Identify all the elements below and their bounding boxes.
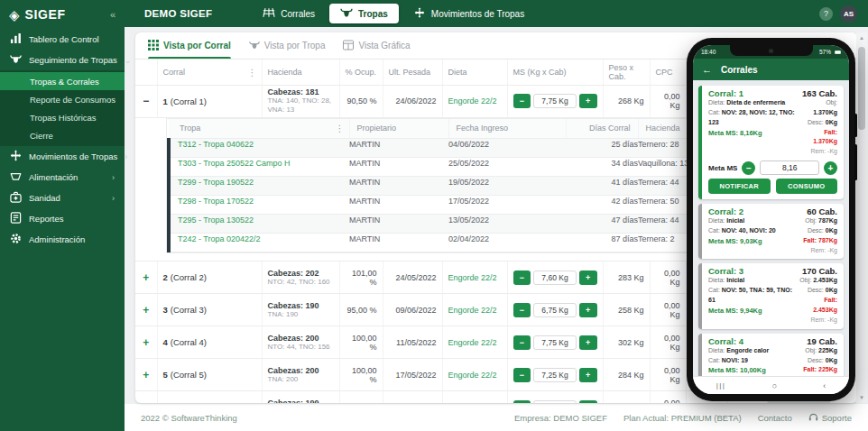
col-header-ult-pesada: Ult. Pesada bbox=[383, 60, 442, 85]
ms-value[interactable]: 7,50 Kg bbox=[533, 400, 576, 404]
cell-hacienda: Cabezas: 181TNA: 140, TNO: 28, VNA: 13 bbox=[262, 85, 339, 117]
scroll-down-icon[interactable]: ▼ bbox=[856, 395, 867, 400]
sidebar-item-tablero-de-control[interactable]: Tablero de Control bbox=[0, 29, 125, 50]
cell-tropa[interactable]: T295 - Tropa 130522 bbox=[169, 215, 349, 234]
card-title: Corral: 1 bbox=[708, 88, 743, 98]
sidebar-item-label: Movimientos de Tropas bbox=[29, 151, 117, 161]
cell-dieta[interactable]: Engorde 22/2 bbox=[442, 261, 507, 294]
sidebar-item-reporte-de-consumos[interactable]: Reporte de Consumos bbox=[0, 90, 125, 108]
user-avatar[interactable]: AS bbox=[840, 5, 857, 23]
sidebar-item-sanidad[interactable]: Sanidad › bbox=[0, 188, 125, 208]
sidebar-item-tropas-historicas[interactable]: Tropas Históricas bbox=[0, 108, 125, 126]
tropa-row[interactable]: T312 - Tropa 040622 MARTIN 04/06/2022 25… bbox=[169, 139, 710, 158]
ms-value[interactable]: 6,75 Kg bbox=[533, 303, 576, 317]
cell-tropa[interactable]: T312 - Tropa 040622 bbox=[169, 139, 349, 158]
nav-tropas[interactable]: Tropas bbox=[329, 4, 399, 23]
ms-increment-button[interactable]: + bbox=[579, 303, 597, 317]
cell-fecha-ingreso: 04/06/2022 bbox=[448, 139, 566, 158]
cell-peso: 283 Kg bbox=[603, 261, 650, 294]
android-back-icon[interactable]: ‹ bbox=[823, 381, 826, 390]
corral-card[interactable]: Corral: 4 19 Cab. Dieta: Engorde calor C… bbox=[698, 334, 844, 376]
android-recents-icon[interactable]: ||| bbox=[716, 381, 726, 390]
meta-ms-input[interactable]: 8,16 bbox=[760, 160, 819, 175]
ms-increment-button[interactable]: + bbox=[579, 335, 597, 350]
cell-fecha-ingreso: 13/05/2022 bbox=[448, 215, 566, 234]
corral-card[interactable]: Corral: 2 60 Cab. Dieta: Inicial Cat: NO… bbox=[698, 204, 844, 259]
ms-increment-button[interactable]: + bbox=[579, 94, 597, 108]
decrement-button[interactable]: − bbox=[742, 161, 755, 175]
grid-icon bbox=[263, 7, 275, 20]
scroll-up-icon[interactable]: ▲ bbox=[856, 35, 867, 41]
tab-vista-por-corral[interactable]: Vista por Corral bbox=[148, 32, 231, 59]
expand-row-icon[interactable]: + bbox=[143, 401, 149, 404]
ms-value[interactable]: 7,75 Kg bbox=[533, 335, 576, 350]
help-button[interactable]: ? bbox=[819, 7, 833, 21]
scrollbar-thumb[interactable] bbox=[858, 47, 865, 130]
contacto-link[interactable]: Contacto bbox=[758, 413, 792, 423]
sidebar-item-movimientos-de-tropas[interactable]: Movimientos de Tropas › bbox=[0, 146, 125, 167]
notificar-button[interactable]: NOTIFICAR bbox=[708, 179, 771, 194]
cell-corral: 3(Corral 3) bbox=[157, 294, 262, 326]
tropa-row[interactable]: T242 - Tropa 020422/2 MARTIN 02/04/2022 … bbox=[169, 234, 710, 252]
tropa-row[interactable]: T299 - Tropa 190522 MARTIN 19/05/2022 41… bbox=[169, 177, 710, 196]
sidebar-collapse-icon[interactable]: « bbox=[110, 9, 115, 20]
android-home-icon[interactable]: ○ bbox=[772, 381, 777, 390]
expand-row-icon[interactable]: + bbox=[143, 336, 149, 349]
back-icon[interactable]: ← bbox=[702, 64, 712, 75]
sidebar-item-tropas-corrales[interactable]: Tropas & Corrales bbox=[0, 72, 125, 90]
cell-dieta[interactable]: Engorde 22/2 bbox=[442, 359, 507, 391]
ms-increment-button[interactable]: + bbox=[579, 368, 597, 382]
cell-dieta[interactable]: Engorde 22/2 bbox=[442, 85, 507, 117]
sidebar-item-seguimiento-de-tropas[interactable]: Seguimiento de Tropas ⌄ bbox=[0, 50, 125, 70]
soporte-link[interactable]: Soporte bbox=[808, 412, 852, 424]
tab-vista-por-tropa[interactable]: Vista por Tropa bbox=[249, 32, 326, 59]
sidebar-item-label: Reportes bbox=[29, 214, 64, 224]
ms-value[interactable]: 7,60 Kg bbox=[533, 271, 576, 285]
ms-decrement-button[interactable]: − bbox=[513, 400, 531, 404]
tab-vista-grafica[interactable]: Vista Gráfica bbox=[343, 32, 410, 59]
card-head-count: 60 Cab. bbox=[807, 206, 837, 216]
expand-row-icon[interactable]: + bbox=[143, 271, 149, 284]
corral-card[interactable]: Corral: 3 170 Cab. Dieta: Inicial Cat: N… bbox=[698, 263, 844, 328]
increment-button[interactable]: + bbox=[824, 161, 837, 175]
ms-stepper: − 7,25 Kg + bbox=[513, 368, 597, 382]
cell-tropa[interactable]: T299 - Tropa 190522 bbox=[169, 177, 349, 196]
corral-card-1[interactable]: Corral: 1 163 Cab. Dieta: Dieta de enfer… bbox=[698, 86, 844, 199]
sidebar-item-reportes[interactable]: Reportes bbox=[0, 208, 125, 229]
ms-decrement-button[interactable]: − bbox=[513, 303, 531, 317]
ms-value[interactable]: 7,75 Kg bbox=[533, 94, 576, 108]
cell-dieta[interactable]: Engorde 22/2 bbox=[442, 326, 507, 359]
column-menu-icon[interactable]: ⋮ bbox=[248, 67, 257, 77]
cell-tropa[interactable]: T298 - Tropa 170522 bbox=[169, 196, 349, 215]
ms-increment-button[interactable]: + bbox=[579, 271, 597, 285]
cell-tropa[interactable]: T242 - Tropa 020422/2 bbox=[169, 234, 349, 252]
expand-row-icon[interactable]: + bbox=[143, 369, 149, 381]
col-header-hacienda: Hacienda bbox=[262, 60, 339, 85]
nav-movimientos-de-tropas[interactable]: Movimientos de Tropas bbox=[413, 7, 524, 20]
ms-decrement-button[interactable]: − bbox=[513, 335, 531, 350]
ms-decrement-button[interactable]: − bbox=[513, 368, 531, 382]
cell-tropa[interactable]: T303 - Tropa 250522 Campo H bbox=[169, 158, 349, 177]
cell-fecha-ingreso: 19/05/2022 bbox=[448, 177, 566, 196]
sidebar-item-cierre[interactable]: Cierre bbox=[0, 126, 125, 144]
tropa-row[interactable]: T303 - Tropa 250522 Campo H MARTIN 25/05… bbox=[169, 158, 710, 177]
ms-decrement-button[interactable]: − bbox=[513, 94, 531, 108]
cat-label: Cat: bbox=[708, 227, 720, 234]
expand-row-icon[interactable]: + bbox=[143, 304, 149, 316]
consumo-button[interactable]: CONSUMO bbox=[776, 179, 838, 194]
tropa-row[interactable]: T298 - Tropa 170522 MARTIN 17/05/2022 42… bbox=[169, 196, 710, 215]
sidebar-submenu: Tropas & Corrales Reporte de Consumos Tr… bbox=[0, 70, 125, 146]
cell-propietario: MARTIN bbox=[349, 234, 448, 252]
column-menu-icon[interactable]: ⋮ bbox=[336, 124, 345, 133]
ms-value[interactable]: 7,25 Kg bbox=[533, 368, 576, 382]
ms-decrement-button[interactable]: − bbox=[513, 271, 531, 285]
tropa-row[interactable]: T295 - Tropa 130522 MARTIN 13/05/2022 47… bbox=[169, 215, 710, 234]
ms-increment-button[interactable]: + bbox=[579, 400, 597, 404]
collapse-row-icon[interactable]: − bbox=[143, 95, 149, 107]
sidebar-item-alimentacion[interactable]: Alimentación › bbox=[0, 167, 125, 188]
cell-dieta[interactable]: Engorde 22/2 bbox=[442, 391, 507, 404]
cell-dieta[interactable]: Engorde 22/2 bbox=[442, 294, 507, 326]
sidebar-item-administracion[interactable]: Administración bbox=[0, 229, 125, 250]
cat-value: NOV: 50, TNA: 59, TNO: 61 bbox=[708, 287, 792, 303]
nav-corrales[interactable]: Corrales bbox=[263, 7, 315, 20]
